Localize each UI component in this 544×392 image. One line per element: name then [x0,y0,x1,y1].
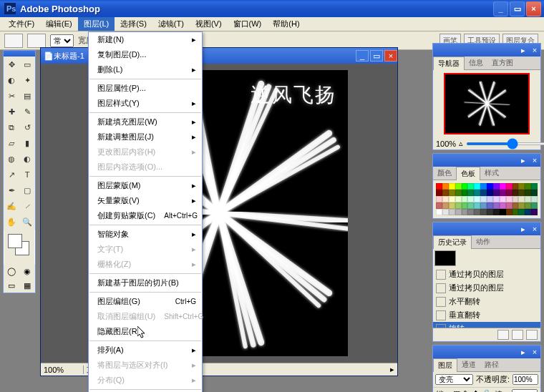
panel-close-icon[interactable]: × [529,156,540,165]
tab-图层[interactable]: 图层 [433,358,457,372]
swatch[interactable] [474,202,480,209]
tab-通道[interactable]: 通道 [457,358,480,371]
tab-导航器[interactable]: 导航器 [433,57,465,70]
swatch[interactable] [513,183,519,190]
swatch[interactable] [513,196,519,202]
navigator-thumbnail[interactable] [444,73,530,134]
swatch[interactable] [487,196,493,202]
swatch[interactable] [518,202,525,209]
panel-menu-icon[interactable]: ▸ [518,225,529,234]
path-tool[interactable]: ↗ [4,167,19,182]
menu-item-智能对象[interactable]: 智能对象▸ [89,227,202,242]
swatch[interactable] [436,202,442,209]
brush-tool[interactable]: ✎ [19,104,35,119]
swatch[interactable] [518,190,525,196]
swatch[interactable] [436,209,442,215]
menu-item-新建填充图层[interactable]: 新建填充图层(W)▸ [89,114,202,129]
swatch[interactable] [525,209,531,215]
zoom-level[interactable]: 100% [41,366,84,374]
swatch[interactable] [531,183,538,190]
foreground-color[interactable] [8,234,22,248]
swatch[interactable] [455,202,462,209]
swatch[interactable] [462,196,468,202]
swatch[interactable] [506,196,513,202]
zoom-tool[interactable]: 🔍 [19,214,35,230]
history-row[interactable]: 通过拷贝的图层 [433,281,540,295]
hand-tool[interactable]: ✋ [4,214,19,230]
dodge-tool[interactable]: ◐ [19,151,35,167]
menu-item-图层样式[interactable]: 图层样式(Y)▸ [89,96,202,111]
menu-窗口[interactable]: 窗口(W) [228,17,268,31]
swatch[interactable] [493,209,500,215]
tab-动作[interactable]: 动作 [472,235,495,248]
swatch[interactable] [518,209,525,215]
menu-item-新建调整图层[interactable]: 新建调整图层(J)▸ [89,129,202,144]
swatch[interactable] [487,209,493,215]
lasso-tool[interactable]: ◐ [4,72,19,88]
menu-item-新建[interactable]: 新建(N)▸ [89,32,202,47]
blend-mode-select[interactable]: 常 [50,34,74,47]
menu-编辑[interactable]: 编辑(E) [40,17,78,31]
swatch[interactable] [449,209,455,215]
panel-menu-icon[interactable]: ▸ [518,46,529,55]
swatch[interactable] [513,209,519,215]
color-swatches[interactable] [6,232,32,261]
tab-历史记录[interactable]: 历史记录 [433,235,472,249]
tab-信息[interactable]: 信息 [465,57,487,69]
swatch[interactable] [442,183,449,190]
swatch[interactable] [462,183,468,190]
standard-mode-icon[interactable]: ◯ [4,264,19,278]
new-snapshot-icon[interactable] [512,330,523,340]
menu-帮助[interactable]: 帮助(H) [267,17,305,31]
swatch[interactable] [462,190,468,196]
tab-颜色[interactable]: 颜色 [433,167,456,180]
swatch[interactable] [480,202,487,209]
swatch[interactable] [500,209,506,215]
move-tool[interactable]: ✥ [4,57,19,72]
swatch[interactable] [525,183,531,190]
eraser-tool[interactable]: ▱ [4,135,19,151]
history-row[interactable]: 水平翻转 [433,295,540,308]
swatch[interactable] [467,209,474,215]
tool-preset-swatch[interactable] [4,34,23,48]
quickmask-mode-icon[interactable]: ◉ [19,264,35,278]
fill-input[interactable] [512,389,538,392]
swatch[interactable] [500,183,506,190]
wand-tool[interactable]: ✦ [19,72,35,88]
lock-paint-icon[interactable]: ✎ [463,389,470,392]
marquee-tool[interactable]: ▭ [19,57,35,72]
swatch[interactable] [487,190,493,196]
swatch[interactable] [525,190,531,196]
menu-item-新建基于图层的切片[interactable]: 新建基于图层的切片(B) [89,275,202,290]
swatch[interactable] [467,196,474,202]
swatch[interactable] [525,202,531,209]
swatch[interactable] [474,196,480,202]
menu-item-创建剪贴蒙版[interactable]: 创建剪贴蒙版(C)Alt+Ctrl+G [89,208,202,223]
swatch[interactable] [500,196,506,202]
swatch[interactable] [487,202,493,209]
swatch[interactable] [531,190,538,196]
history-row[interactable]: 垂直翻转 [433,308,540,322]
swatch[interactable] [467,190,474,196]
tab-路径[interactable]: 路径 [480,358,503,371]
panel-menu-icon[interactable]: ▸ [518,156,529,165]
swatch[interactable] [518,183,525,190]
swatch[interactable] [455,209,462,215]
navigator-zoom-slider[interactable] [466,142,544,145]
swatch[interactable] [442,202,449,209]
swatch[interactable] [436,183,442,190]
swatch[interactable] [449,183,455,190]
swatch[interactable] [506,183,513,190]
lock-position-icon[interactable]: ✥ [472,389,479,392]
eyedropper-tool[interactable]: ⟋ [19,198,35,214]
window-maximize-button[interactable]: ▭ [510,1,525,16]
shape-tool[interactable]: ▢ [19,182,35,198]
swatch[interactable] [442,196,449,202]
opacity-input[interactable] [513,374,538,385]
swatch[interactable] [442,209,449,215]
swatch[interactable] [449,196,455,202]
menu-item-隐藏图层[interactable]: 隐藏图层(R) [89,324,202,339]
swatch[interactable] [487,183,493,190]
menu-图层[interactable]: 图层(L) [78,17,115,31]
swatch[interactable] [480,209,487,215]
